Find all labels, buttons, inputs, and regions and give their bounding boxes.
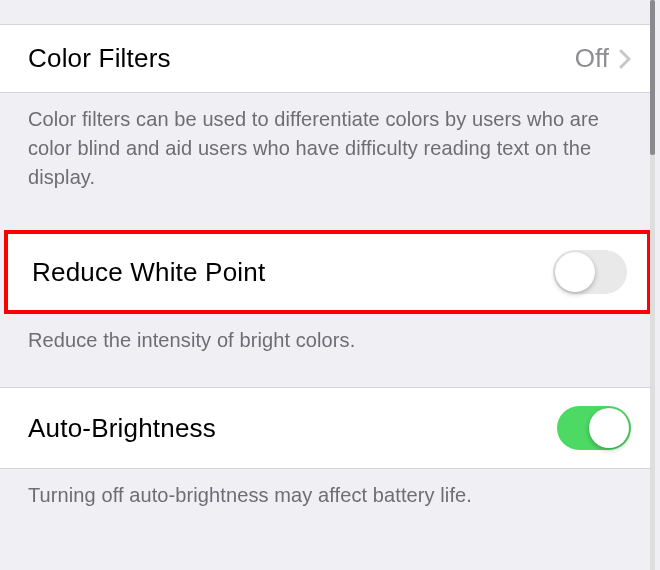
toggle-knob-icon <box>555 252 595 292</box>
color-filters-value: Off <box>575 43 609 74</box>
spacer <box>0 0 655 24</box>
cell-right-group: Off <box>575 43 631 74</box>
chevron-right-icon <box>619 49 631 69</box>
reduce-white-point-label: Reduce White Point <box>32 257 265 288</box>
reduce-white-point-toggle[interactable] <box>553 250 627 294</box>
settings-panel: Color Filters Off Color filters can be u… <box>0 0 655 570</box>
auto-brightness-description: Turning off auto-brightness may affect b… <box>0 469 655 538</box>
reduce-white-point-description: Reduce the intensity of bright colors. <box>0 314 655 377</box>
reduce-white-point-row[interactable]: Reduce White Point <box>8 234 647 310</box>
color-filters-label: Color Filters <box>28 43 171 74</box>
spacer <box>0 220 655 230</box>
auto-brightness-toggle[interactable] <box>557 406 631 450</box>
toggle-knob-icon <box>589 408 629 448</box>
highlight-annotation: Reduce White Point <box>4 230 651 314</box>
auto-brightness-label: Auto-Brightness <box>28 413 216 444</box>
color-filters-row[interactable]: Color Filters Off <box>0 24 655 93</box>
scrollbar-thumb[interactable] <box>650 0 655 155</box>
spacer <box>0 377 655 387</box>
auto-brightness-row[interactable]: Auto-Brightness <box>0 387 655 469</box>
color-filters-description: Color filters can be used to differentia… <box>0 93 655 220</box>
